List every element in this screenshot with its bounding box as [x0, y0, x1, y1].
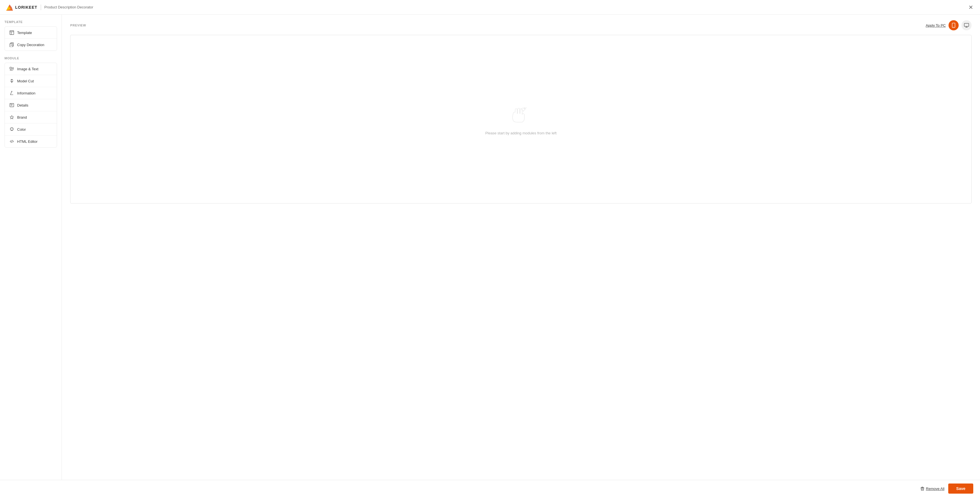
svg-rect-16	[10, 104, 14, 107]
sidebar-item-model-cut-label: Model Cut	[17, 79, 34, 83]
main-layout: TEMPLATE Template	[0, 14, 980, 480]
template-icon	[9, 30, 14, 35]
remove-all-label: Remove All	[926, 487, 945, 491]
sidebar-item-copy-decoration-label: Copy Decoration	[17, 43, 45, 47]
desktop-icon	[964, 23, 969, 28]
svg-marker-20	[10, 116, 13, 119]
header-divider	[41, 5, 41, 10]
preview-canvas: Please start by adding modules from the …	[70, 35, 972, 204]
header: LORIKEET Product Description Decorator ✕	[0, 0, 980, 14]
model-cut-icon	[9, 78, 14, 83]
sidebar-item-image-text-label: Image & Text	[17, 67, 38, 71]
logo-text: LORIKEET	[15, 5, 37, 10]
apply-to-pc-button[interactable]: Apply To PC	[926, 23, 946, 27]
remove-all-button[interactable]: Remove All	[920, 487, 945, 491]
sidebar-item-template-label: Template	[17, 31, 32, 35]
sidebar-item-html-editor-label: HTML Editor	[17, 139, 37, 143]
empty-state: Please start by adding modules from the …	[485, 104, 557, 135]
svg-point-21	[10, 127, 13, 131]
sidebar: TEMPLATE Template	[0, 14, 62, 480]
brand-icon	[9, 115, 14, 120]
sidebar-item-brand[interactable]: Brand	[5, 112, 57, 123]
desktop-view-button[interactable]	[961, 20, 972, 30]
close-button[interactable]: ✕	[967, 3, 974, 12]
preview-controls: Apply To PC	[926, 20, 972, 30]
sidebar-item-html-editor[interactable]: HTML Editor	[5, 135, 57, 147]
svg-point-26	[953, 27, 954, 27]
svg-rect-27	[964, 23, 969, 26]
empty-state-text: Please start by adding modules from the …	[485, 131, 557, 135]
preview-section: PREVIEW Apply To PC	[62, 14, 980, 480]
svg-rect-10	[10, 67, 11, 69]
sidebar-item-brand-label: Brand	[17, 115, 27, 119]
sidebar-item-information[interactable]: Information	[5, 87, 57, 99]
logo-icon	[6, 3, 13, 11]
sidebar-item-details[interactable]: Details	[5, 99, 57, 112]
module-menu-group: Image & Text Model Cut Information	[5, 63, 57, 148]
save-button[interactable]: Save	[948, 484, 973, 494]
svg-rect-3	[10, 31, 14, 35]
mobile-view-button[interactable]	[948, 20, 959, 30]
sidebar-item-image-text[interactable]: Image & Text	[5, 63, 57, 75]
svg-line-24	[11, 140, 12, 143]
details-icon	[9, 103, 14, 108]
empty-state-icon	[510, 104, 532, 126]
color-icon	[9, 127, 14, 132]
copy-decoration-icon	[9, 42, 14, 47]
preview-label: PREVIEW	[70, 24, 86, 27]
svg-rect-19	[11, 104, 11, 105]
template-menu-group: Template Copy Decoration	[5, 26, 57, 51]
sidebar-item-information-label: Information	[17, 91, 35, 95]
footer: Remove All Save	[0, 480, 980, 497]
trash-icon	[920, 487, 924, 491]
sidebar-item-color-label: Color	[17, 127, 26, 132]
svg-point-22	[11, 129, 11, 129]
image-text-icon	[9, 66, 14, 72]
preview-header: PREVIEW Apply To PC	[70, 20, 972, 30]
sidebar-item-template[interactable]: Template	[5, 27, 57, 39]
html-editor-icon	[9, 139, 14, 144]
sidebar-item-details-label: Details	[17, 103, 29, 107]
mobile-icon	[951, 23, 956, 28]
information-icon	[9, 91, 14, 96]
logo: LORIKEET	[6, 3, 37, 11]
module-section-label: MODULE	[5, 56, 57, 60]
header-subtitle: Product Description Decorator	[45, 5, 93, 9]
template-section-label: TEMPLATE	[5, 20, 57, 24]
header-left: LORIKEET Product Description Decorator	[6, 3, 93, 11]
content-area: PREVIEW Apply To PC	[62, 14, 980, 480]
sidebar-item-model-cut[interactable]: Model Cut	[5, 75, 57, 87]
sidebar-item-color[interactable]: Color	[5, 123, 57, 135]
svg-point-23	[12, 129, 13, 129]
sidebar-item-copy-decoration[interactable]: Copy Decoration	[5, 39, 57, 51]
